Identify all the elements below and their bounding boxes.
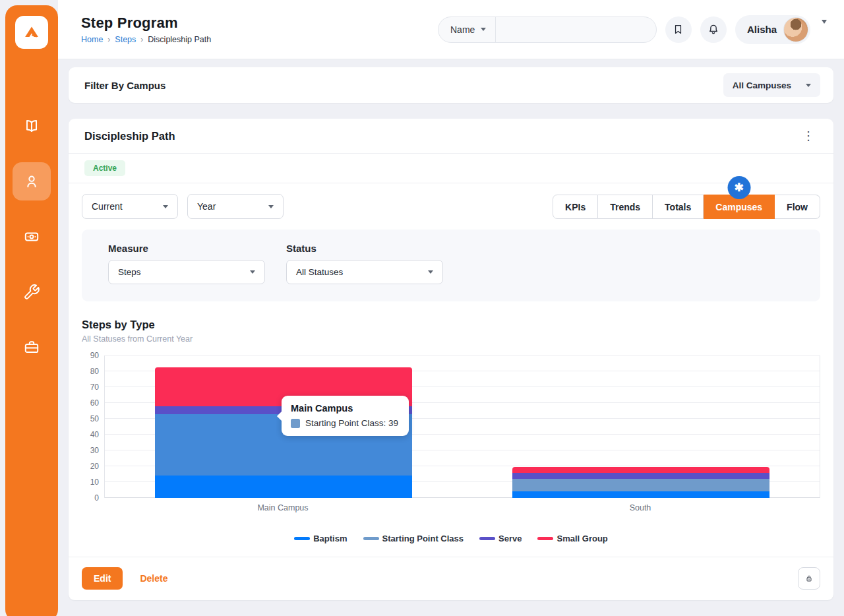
bar-segment[interactable] [512,473,769,479]
y-tick-label: 10 [90,477,99,487]
bookmarks-button[interactable] [665,16,692,43]
x-axis-label: South [462,503,819,512]
rock-logo-icon [20,21,43,44]
range-dropdown[interactable]: Current [82,194,178,219]
y-tick-label: 90 [90,351,99,360]
person-icon [23,173,40,190]
campus-filter-dropdown[interactable]: All Campuses [723,73,820,97]
controls-row: Current Year KPIs Trends Totals Campuses… [69,183,833,219]
breadcrumb-steps[interactable]: Steps [115,35,136,44]
legend-swatch [363,537,379,540]
notifications-button[interactable] [700,16,727,43]
wrench-icon [23,284,40,301]
measure-label: Measure [108,243,265,254]
bookmark-icon [672,23,684,36]
tab-totals[interactable]: Totals [653,195,704,219]
y-tick-label: 40 [90,430,99,439]
top-bar: Step Program Home › Steps › Discipleship… [58,0,844,59]
book-icon [23,117,40,135]
measure-dropdown[interactable]: Steps [108,260,265,284]
card-header: Discipleship Path ⋮ [69,119,833,154]
discipleship-path-card: Discipleship Path ⋮ Active Current Year … [69,119,833,600]
y-tick-label: 50 [90,414,99,423]
sidebar [5,5,58,616]
legend-swatch [537,537,553,540]
bar-segment[interactable] [155,476,412,498]
delete-button[interactable]: Delete [140,573,167,584]
tooltip-swatch [291,419,300,428]
search-input[interactable] [496,17,656,42]
sidebar-item-work[interactable] [13,328,51,367]
y-tick-label: 30 [90,446,99,455]
chart-legend: Baptism Starting Point Class Serve Small… [82,534,820,553]
chart-tooltip: Main Campus Starting Point Class: 39 [282,396,409,436]
card-title: Discipleship Path [84,130,175,142]
security-button[interactable] [798,567,820,590]
tooltip-text: Starting Point Class: 39 [305,418,398,428]
bar-segment[interactable] [512,467,769,472]
avatar [783,17,808,42]
app-logo[interactable] [15,16,48,49]
legend-swatch [294,537,310,540]
tab-trends[interactable]: Trends [598,195,653,219]
breadcrumb-separator: › [140,35,143,44]
campus-filter-value: All Campuses [733,80,791,90]
chart-subtitle: All Statuses from Current Year [82,334,820,344]
breadcrumb-separator: › [107,35,110,44]
period-dropdown[interactable]: Year [187,194,284,219]
status-row: Active [69,154,833,183]
status-badge: Active [84,160,125,176]
breadcrumb-current: Discipleship Path [148,35,211,44]
sidebar-item-people[interactable] [13,162,51,200]
chart-plot[interactable]: Main Campus Starting Point Class: 39 [104,355,820,498]
lock-icon [804,573,814,584]
view-tabs: KPIs Trends Totals Campuses ✱ Flow [553,195,820,219]
tab-campuses[interactable]: Campuses ✱ [704,195,775,219]
x-axis-label: Main Campus [104,503,462,512]
chevron-down-icon [806,84,811,87]
legend-swatch [479,537,495,540]
user-menu[interactable]: Alisha [735,15,810,44]
sidebar-item-library[interactable] [13,107,51,145]
page-title: Step Program [81,15,211,32]
gridline [105,355,820,355]
main-content: Filter By Campus All Campuses Disciplesh… [58,59,844,616]
edit-button[interactable]: Edit [82,567,123,590]
search-filter-label: Name [450,24,475,35]
y-tick-label: 70 [90,383,99,392]
status-dropdown[interactable]: All Statuses [286,260,443,284]
asterisk-badge: ✱ [727,176,750,199]
search-filter-dropdown[interactable]: Name [438,17,496,42]
user-menu-caret[interactable] [819,20,829,40]
sidebar-item-giving[interactable] [13,218,51,256]
campus-filter-card: Filter By Campus All Campuses [69,67,833,103]
y-tick-label: 80 [90,367,99,376]
tab-flow[interactable]: Flow [775,195,820,219]
bar-segment[interactable] [512,479,769,491]
kebab-menu-icon[interactable]: ⋮ [799,127,819,144]
chart-section: Steps by Type All Statuses from Current … [69,301,833,553]
chart-xlabels: Main CampusSouth [104,503,820,518]
y-tick-label: 60 [90,398,99,408]
search-bar: Name [438,16,657,43]
legend-item-baptism[interactable]: Baptism [294,534,347,543]
chevron-down-icon [428,270,433,274]
legend-item-serve[interactable]: Serve [479,534,522,543]
bar-segment[interactable] [512,491,769,498]
chart-area: 0102030405060708090 Main Campus Starting… [82,355,820,498]
bell-icon [707,23,720,36]
measure-value: Steps [118,267,141,277]
briefcase-icon [23,339,40,356]
status-value: All Statuses [296,267,343,277]
range-dropdown-value: Current [92,201,123,212]
legend-item-small-group[interactable]: Small Group [537,534,607,543]
chevron-down-icon [250,270,255,274]
period-dropdown-value: Year [197,201,216,212]
y-tick-label: 0 [94,493,99,503]
tab-kpis[interactable]: KPIs [553,195,598,219]
stacked-bar[interactable] [512,467,769,498]
sidebar-item-tools[interactable] [13,273,51,311]
breadcrumb-home[interactable]: Home [81,35,103,44]
legend-item-starting-point-class[interactable]: Starting Point Class [363,534,464,543]
campus-filter-label: Filter By Campus [84,80,166,91]
